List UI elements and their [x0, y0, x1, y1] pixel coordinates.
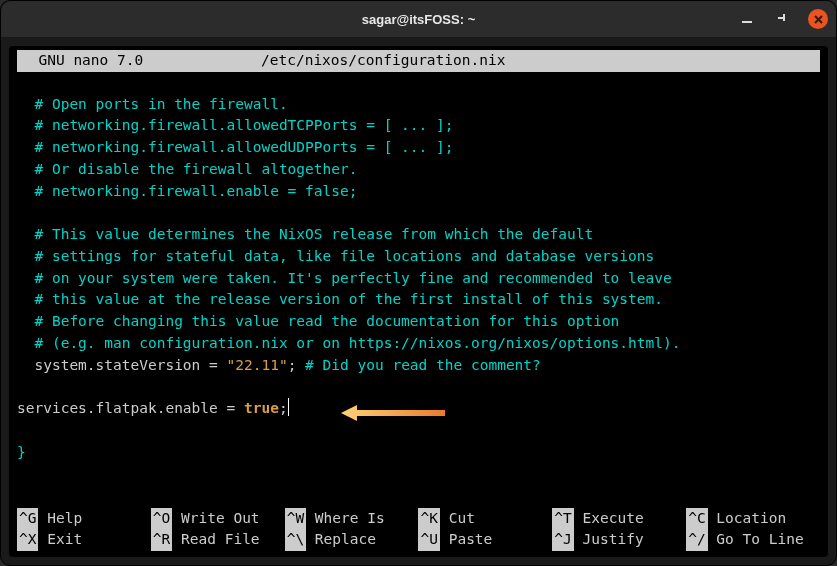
shortcut-readfile[interactable]: ^R Read File	[151, 529, 285, 551]
shortcut-key: ^\	[285, 529, 306, 551]
minimize-icon	[741, 13, 753, 25]
shortcut-key: ^/	[686, 529, 707, 551]
code-line: # on your system were taken. It's perfec…	[17, 270, 672, 286]
nano-shortcuts: ^G Help ^O Write Out ^W Where Is ^K Cut …	[17, 508, 820, 554]
shortcut-location[interactable]: ^C Location	[686, 508, 820, 530]
window-controls	[736, 8, 828, 30]
svg-rect-2	[783, 14, 785, 21]
nano-header: GNU nano 7.0 /etc/nixos/configuration.ni…	[17, 50, 820, 72]
svg-rect-0	[742, 21, 752, 23]
close-icon	[813, 14, 824, 25]
editor-content[interactable]: # Open ports in the firewall. # networki…	[17, 72, 820, 508]
shortcut-writeout[interactable]: ^O Write Out	[151, 508, 285, 530]
shortcut-justify[interactable]: ^J Justify	[552, 529, 686, 551]
code-line: # Open ports in the firewall.	[17, 96, 288, 112]
code-line: # Before changing this value read the do…	[17, 313, 619, 329]
shortcut-key: ^K	[418, 508, 439, 530]
shortcut-gotoline[interactable]: ^/ Go To Line	[686, 529, 820, 551]
shortcut-label: Write Out	[172, 508, 259, 530]
code-string: "22.11"	[227, 357, 288, 373]
shortcut-label: Where Is	[306, 508, 385, 530]
shortcut-key: ^C	[686, 508, 707, 530]
close-button[interactable]	[808, 9, 828, 29]
titlebar[interactable]: sagar@itsFOSS: ~	[1, 1, 836, 38]
code-line: # this value at the release version of t…	[17, 291, 663, 307]
terminal-area[interactable]: GNU nano 7.0 /etc/nixos/configuration.ni…	[9, 46, 828, 557]
shortcut-label: Paste	[440, 529, 492, 551]
shortcut-cut[interactable]: ^K Cut	[418, 508, 552, 530]
shortcut-label: Execute	[574, 508, 644, 530]
cursor-line: services.flatpak.enable = true;	[17, 400, 289, 416]
shortcut-key: ^O	[151, 508, 172, 530]
shortcut-key: ^G	[17, 508, 38, 530]
shortcut-label: Read File	[172, 529, 259, 551]
shortcut-key: ^X	[17, 529, 38, 551]
code-eq: =	[200, 357, 226, 373]
code-line: # (e.g. man configuration.nix or on http…	[17, 335, 680, 351]
code-line: # settings for stateful data, like file …	[17, 248, 654, 264]
terminal-window: sagar@itsFOSS: ~ GNU nano 7.0 /etc/nixos…	[0, 0, 837, 566]
code-line: # networking.firewall.allowedTCPPorts = …	[17, 117, 454, 133]
code-key: services.flatpak.enable	[17, 400, 218, 416]
shortcut-label: Exit	[38, 529, 82, 551]
maximize-icon	[777, 13, 789, 25]
shortcut-label: Cut	[440, 508, 475, 530]
shortcut-label: Location	[708, 508, 787, 530]
code-comment: # Did you read the comment?	[305, 357, 541, 373]
code-punct: ;	[288, 357, 305, 373]
shortcut-label: Justify	[574, 529, 644, 551]
text-cursor	[288, 398, 290, 416]
code-bool: true	[244, 400, 279, 416]
window-title: sagar@itsFOSS: ~	[362, 12, 475, 27]
shortcut-key: ^U	[418, 529, 439, 551]
shortcut-key: ^R	[151, 529, 172, 551]
code-line: # Or disable the firewall altogether.	[17, 161, 357, 177]
code-line: # networking.firewall.allowedUDPPorts = …	[17, 139, 454, 155]
shortcut-key: ^T	[552, 508, 573, 530]
shortcut-help[interactable]: ^G Help	[17, 508, 151, 530]
nano-app-name: GNU nano 7.0	[21, 50, 261, 72]
code-line: # This value determines the NixOS releas…	[17, 226, 593, 242]
shortcut-whereis[interactable]: ^W Where Is	[285, 508, 419, 530]
shortcut-key: ^W	[285, 508, 306, 530]
minimize-button[interactable]	[736, 8, 758, 30]
shortcut-replace[interactable]: ^\ Replace	[285, 529, 419, 551]
maximize-button[interactable]	[772, 8, 794, 30]
shortcut-label: Replace	[306, 529, 376, 551]
shortcut-label: Go To Line	[708, 529, 804, 551]
shortcut-label: Help	[38, 508, 82, 530]
code-brace: }	[17, 444, 26, 460]
shortcut-exit[interactable]: ^X Exit	[17, 529, 151, 551]
shortcut-paste[interactable]: ^U Paste	[418, 529, 552, 551]
code-key: system.stateVersion	[17, 357, 200, 373]
nano-file-name: /etc/nixos/configuration.nix	[261, 50, 816, 72]
shortcut-key: ^J	[552, 529, 573, 551]
code-line: # networking.firewall.enable = false;	[17, 183, 357, 199]
code-punct: ;	[279, 400, 288, 416]
code-eq: =	[218, 400, 244, 416]
shortcut-execute[interactable]: ^T Execute	[552, 508, 686, 530]
